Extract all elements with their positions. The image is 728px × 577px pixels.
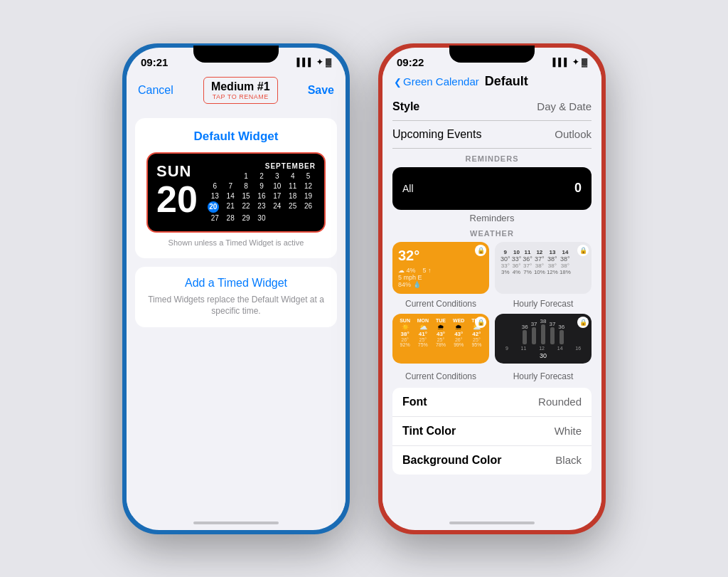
style-label: Style — [392, 100, 419, 113]
cal-cell: 22 — [239, 201, 254, 213]
left-phone: 09:21 ▌▌▌ ✦ ▓ Cancel Medium #1 TAP TO RE… — [122, 43, 350, 534]
cal-cell: 28 — [223, 213, 238, 223]
nav-bar-left: Cancel Medium #1 TAP TO RENAME Save — [127, 71, 346, 110]
bg-color-value: Black — [555, 454, 582, 466]
status-icons-left: ▌▌▌ ✦ ▓ — [297, 58, 331, 67]
cal-cell: 12 — [301, 181, 316, 191]
current-conditions-label2: Current Conditions — [392, 371, 489, 381]
cal-cell — [285, 213, 300, 223]
upcoming-events-label: Upcoming Events — [392, 128, 481, 141]
widget-month: SEPTEMBER — [208, 162, 316, 170]
battery-icon-right: ▓ — [582, 58, 587, 66]
cal-cell — [301, 213, 316, 223]
widget-day-num: 20 — [156, 181, 198, 218]
hourly-forecast-label: Hourly Forecast — [495, 299, 592, 309]
status-time-left: 09:21 — [141, 56, 168, 68]
cal-cell: 19 — [301, 191, 316, 201]
cal-cell: 21 — [223, 201, 238, 213]
hourly-col: 12 37° 38° 10% — [534, 249, 545, 275]
style-row[interactable]: Style Day & Date — [392, 93, 592, 121]
weather-wind: 5 mph E — [398, 274, 483, 281]
reminders-card[interactable]: All 0 — [392, 167, 592, 210]
calendar-grid: 1 2 3 4 5 6 7 8 9 10 11 12 — [208, 171, 316, 223]
default-widget-title: Default Widget — [146, 129, 326, 144]
tint-color-value: White — [555, 425, 582, 437]
hourly-col: 11 36° 37° 7% — [523, 249, 532, 275]
cal-cell: 26 — [301, 201, 316, 213]
reminders-label: Reminders — [392, 213, 592, 223]
weather-widgets-row1: 🔒 32° ☁ 4% 5 ↑ 5 mph E 84% 💧 🔒 9 30° — [392, 242, 592, 294]
cal-cell: 27 — [208, 213, 223, 223]
save-button[interactable]: Save — [308, 84, 334, 97]
cal-cell — [208, 171, 223, 181]
wifi-icon-right: ✦ — [572, 58, 579, 67]
hourly-col: 10 33° 36° 4% — [512, 249, 522, 275]
cal-cell: 13 — [208, 191, 223, 201]
cal-cell: 29 — [239, 213, 254, 223]
cal-cell — [223, 171, 238, 181]
dark-hourly-card[interactable]: 🔒 36 37 38 — [495, 314, 592, 364]
bg-color-label: Background Color — [402, 454, 502, 467]
back-button[interactable]: Green Calendar — [394, 75, 479, 88]
widget-note: Shown unless a Timed Widget is active — [146, 238, 326, 247]
cal-cell: 24 — [269, 201, 284, 213]
notch — [193, 46, 279, 63]
reminders-count: 0 — [574, 181, 582, 196]
weather-precip: ☁ 4% 5 ↑ — [398, 267, 483, 274]
cal-cell: 11 — [285, 181, 300, 191]
weekly-forecast-card[interactable]: 🔒 SUN ☀️ 38° 26° 92% MON ⛅ 41° — [392, 314, 489, 364]
hourly-col: 9 30° 33° 3% — [500, 249, 510, 275]
cal-cell: 15 — [239, 191, 254, 201]
cal-cell — [269, 213, 284, 223]
weekly-days-row: SUN ☀️ 38° 26° 92% MON ⛅ 41° 25° 75% — [397, 318, 485, 347]
bg-color-row[interactable]: Background Color Black — [392, 446, 592, 475]
weather-labels-row1: Current Conditions Hourly Forecast — [392, 297, 592, 311]
font-value: Rounded — [538, 396, 582, 408]
weather-divider: WEATHER — [392, 229, 592, 238]
home-indicator-right — [382, 516, 601, 530]
hourly-forecast-label2: Hourly Forecast — [495, 371, 592, 381]
notch-right — [449, 46, 535, 63]
right-phone: 09:22 ▌▌▌ ✦ ▓ Green Calendar Default Sty… — [378, 43, 606, 534]
cal-cell: 1 — [239, 171, 254, 181]
outlook-value: Outlook — [555, 128, 592, 140]
right-nav: Green Calendar Default — [382, 71, 601, 93]
hourly-row: 9 30° 33° 3% 10 33° 36° 4% 11 — [500, 249, 586, 275]
current-conditions-card[interactable]: 🔒 32° ☁ 4% 5 ↑ 5 mph E 84% 💧 — [392, 242, 489, 294]
style-value: Day & Date — [537, 100, 592, 112]
upcoming-events-row[interactable]: Upcoming Events Outlook — [392, 121, 592, 149]
page-title: Default — [485, 74, 528, 89]
weather-humidity: 84% 💧 — [398, 281, 483, 288]
default-widget-card: Default Widget SUN 20 SEPTEMBER 1 2 — [135, 118, 337, 258]
left-screen: Default Widget SUN 20 SEPTEMBER 1 2 — [127, 110, 346, 516]
widget-preview[interactable]: SUN 20 SEPTEMBER 1 2 3 4 5 — [146, 152, 326, 233]
cancel-button[interactable]: Cancel — [138, 84, 173, 97]
cal-cell: 23 — [254, 201, 269, 213]
hourly-col: 14 38° 38° 18% — [560, 249, 571, 275]
status-icons-right: ▌▌▌ ✦ ▓ — [553, 58, 587, 67]
cal-cell: 2 — [254, 171, 269, 181]
add-timed-widget-card[interactable]: Add a Timed Widget Timed Widgets replace… — [135, 267, 337, 328]
right-screen: Style Day & Date Upcoming Events Outlook… — [382, 93, 601, 516]
home-indicator — [127, 516, 346, 530]
cal-cell: 9 — [254, 181, 269, 191]
wifi-icon: ✦ — [316, 58, 323, 67]
widget-title-box[interactable]: Medium #1 TAP TO RENAME — [203, 77, 278, 104]
cal-cell: 30 — [254, 213, 269, 223]
chevron-left-icon — [394, 75, 402, 88]
hourly-forecast-card[interactable]: 🔒 9 30° 33° 3% 10 33° 36° 4% — [495, 242, 592, 294]
tint-color-row[interactable]: Tint Color White — [392, 417, 592, 446]
status-time-right: 09:22 — [397, 56, 424, 68]
cal-cell: 4 — [285, 171, 300, 181]
reminders-divider: REMINDERS — [392, 154, 592, 163]
cal-cell: 25 — [285, 201, 300, 213]
cal-cell: 14 — [223, 191, 238, 201]
dark-temp-label: 30 — [499, 352, 587, 359]
add-timed-title: Add a Timed Widget — [146, 277, 326, 290]
back-label: Green Calendar — [403, 75, 479, 88]
font-row[interactable]: Font Rounded — [392, 388, 592, 417]
font-label: Font — [402, 396, 427, 408]
widget-day-name: SUN — [156, 162, 198, 181]
signal-icon-right: ▌▌▌ — [553, 58, 569, 66]
current-conditions-label: Current Conditions — [392, 299, 489, 309]
